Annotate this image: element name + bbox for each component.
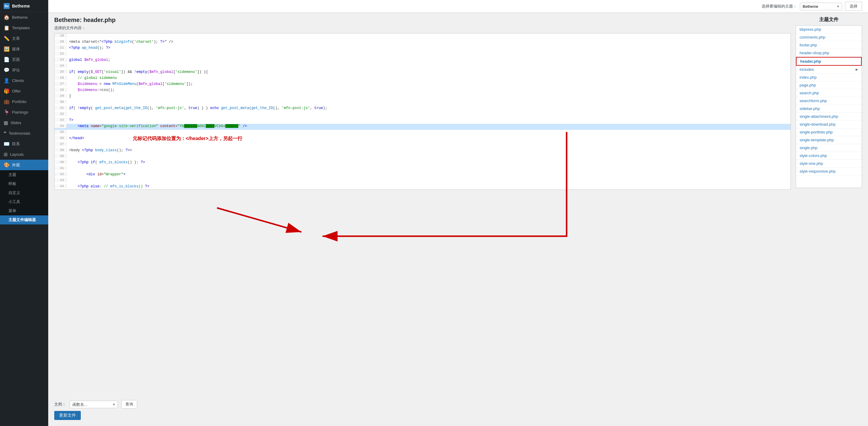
sidebar-app-name: Betheme bbox=[12, 4, 30, 8]
sidebar-item-posts[interactable]: ✏️文章 bbox=[0, 33, 48, 44]
line-number: 37 bbox=[55, 142, 67, 146]
sidebar-logo: Be Betheme bbox=[0, 0, 48, 12]
sidebar-item-label: Testimonials bbox=[9, 131, 30, 136]
sidebar-item-label: 外观 bbox=[12, 162, 20, 168]
content-area: Betheme: header.php 选择的文件内容： 1920<meta c… bbox=[48, 13, 868, 426]
line-number: 32 bbox=[55, 112, 67, 116]
sidebar-submenu: 主题样板自定义小工具菜单主题文件编辑器 bbox=[0, 170, 48, 224]
file-list: bbpress.phpcomments.phpfooter.phpheader-… bbox=[796, 25, 862, 188]
line-number: 25 bbox=[55, 70, 67, 74]
file-item-sidebar[interactable]: sidebar.php bbox=[796, 105, 862, 113]
line-number: 20 bbox=[55, 39, 67, 44]
file-item-search[interactable]: search.php bbox=[796, 89, 862, 97]
code-line-33: 33?> bbox=[55, 118, 790, 124]
submenu-item-theme-editor[interactable]: 主题文件编辑器 bbox=[0, 216, 48, 224]
comments-icon: 💬 bbox=[4, 67, 10, 73]
sidebar-item-label: Clients bbox=[12, 78, 24, 83]
code-line-27: 27 $sidemenu = new MfnSideMenu($mfn_glob… bbox=[55, 81, 790, 88]
sidebar-item-label: 媒体 bbox=[12, 46, 20, 52]
submenu-item-theme[interactable]: 主题 bbox=[0, 170, 48, 179]
submenu-item-menus[interactable]: 菜单 bbox=[0, 206, 48, 216]
testimonials-icon: ❝ bbox=[4, 130, 6, 136]
theme-select-wrap: Betheme bbox=[800, 3, 842, 10]
line-number: 36 bbox=[55, 136, 67, 140]
file-item-single-template[interactable]: single-template.php bbox=[796, 136, 862, 144]
sidebar-item-media[interactable]: 🖼️媒体 bbox=[0, 44, 48, 54]
file-item-header-shop[interactable]: header-shop.php bbox=[796, 49, 862, 57]
code-line-35: 35 bbox=[55, 130, 790, 136]
file-item-includes[interactable]: includes▶ bbox=[796, 66, 862, 73]
file-item-bbpress[interactable]: bbpress.php bbox=[796, 26, 862, 33]
code-line-22: 22 bbox=[55, 52, 790, 58]
file-item-single-portfolio[interactable]: single-portfolio.php bbox=[796, 128, 862, 136]
code-line-30: 30 bbox=[55, 100, 790, 106]
update-file-button[interactable]: 更新文件 bbox=[54, 411, 81, 420]
file-item-page[interactable]: page.php bbox=[796, 81, 862, 89]
theme-select[interactable]: Betheme bbox=[800, 3, 842, 10]
folder-label: includes bbox=[800, 67, 814, 72]
submenu-item-customize[interactable]: 自定义 bbox=[0, 188, 48, 197]
line-number: 26 bbox=[55, 76, 67, 80]
file-item-comments[interactable]: comments.php bbox=[796, 33, 862, 41]
submenu-item-widgets[interactable]: 小工具 bbox=[0, 197, 48, 206]
file-item-index[interactable]: index.php bbox=[796, 73, 862, 81]
line-number: 43 bbox=[55, 178, 67, 182]
doc-select-wrap: 函数名... bbox=[70, 401, 118, 408]
file-item-style-responsive[interactable]: style-responsive.php bbox=[796, 167, 862, 175]
select-theme-button[interactable]: 选择 bbox=[845, 2, 862, 11]
sidebar-item-label: 评论 bbox=[12, 67, 20, 73]
top-header: 选择要编辑的主题： Betheme 选择 bbox=[48, 0, 868, 13]
line-code bbox=[67, 142, 790, 142]
sidebar-item-testimonials[interactable]: ❝Testimonials bbox=[0, 128, 48, 139]
sidebar-item-portfolio[interactable]: 💼Portfolio bbox=[0, 96, 48, 107]
line-number: 27 bbox=[55, 81, 67, 86]
sidebar-item-layouts[interactable]: ⊞Layouts bbox=[0, 149, 48, 160]
sidebar-item-offer[interactable]: 🎁Offer bbox=[0, 86, 48, 96]
line-code: <meta charset="<?php bloginfo('charset')… bbox=[67, 39, 790, 44]
line-code bbox=[67, 100, 790, 100]
sidebar-item-contact[interactable]: ✉️联系 bbox=[0, 139, 48, 149]
flamingo-icon: 🦩 bbox=[4, 109, 10, 115]
code-line-23: 23global $mfn_global; bbox=[55, 58, 790, 64]
sidebar-item-clients[interactable]: 👤Clients bbox=[0, 75, 48, 86]
submenu-item-templates-sub[interactable]: 样板 bbox=[0, 179, 48, 188]
doc-functions-select[interactable]: 函数名... bbox=[70, 401, 118, 408]
line-number: 28 bbox=[55, 88, 67, 92]
line-code bbox=[67, 130, 790, 130]
sidebar-item-flamingo[interactable]: 🦩Flamingo bbox=[0, 107, 48, 118]
file-item-single-download[interactable]: single-download.php bbox=[796, 121, 862, 128]
file-item-searchform[interactable]: searchform.php bbox=[796, 97, 862, 105]
line-code: global $mfn_global; bbox=[67, 58, 790, 62]
code-line-28: 28 $sidemenu->css(); bbox=[55, 88, 790, 94]
folder-arrow-icon: ▶ bbox=[856, 68, 858, 71]
code-line-31: 31if( !empty( get_post_meta(get_the_ID()… bbox=[55, 106, 790, 112]
code-line-25: 25if( empty($_GET['visual']) && !empty($… bbox=[55, 70, 790, 76]
code-line-26: 26 // global sidemenu bbox=[55, 76, 790, 81]
file-item-single-attachment[interactable]: single-attachment.php bbox=[796, 113, 862, 121]
sidebar-item-label: Betheme bbox=[12, 15, 28, 20]
line-code bbox=[67, 166, 790, 167]
sidebar-item-appearance[interactable]: 🎨外观 bbox=[0, 160, 48, 170]
line-number: 31 bbox=[55, 106, 67, 110]
sidebar-item-betheme[interactable]: 🏠Betheme bbox=[0, 12, 48, 23]
line-number: 23 bbox=[55, 58, 67, 62]
clients-icon: 👤 bbox=[4, 78, 10, 84]
sidebar-item-comments[interactable]: 💬评论 bbox=[0, 65, 48, 75]
sidebar-item-slides[interactable]: ▦Slides bbox=[0, 118, 48, 128]
file-item-header[interactable]: header.php bbox=[796, 57, 862, 66]
sidebar-item-pages[interactable]: 📄页面 bbox=[0, 54, 48, 65]
code-editor[interactable]: 1920<meta charset="<?php bloginfo('chars… bbox=[54, 33, 791, 190]
file-item-single[interactable]: single.php bbox=[796, 144, 862, 152]
lookup-button[interactable]: 查询 bbox=[121, 400, 137, 408]
betheme-icon: 🏠 bbox=[4, 14, 10, 20]
file-item-footer[interactable]: footer.php bbox=[796, 41, 862, 49]
sidebar-item-templates[interactable]: 📋Templates bbox=[0, 23, 48, 33]
line-number: 34 bbox=[55, 124, 67, 128]
code-line-21: 21<?php wp_head(); ?> bbox=[55, 45, 790, 52]
file-item-style-one[interactable]: style-one.php bbox=[796, 160, 862, 167]
offer-icon: 🎁 bbox=[4, 88, 10, 94]
contact-icon: ✉️ bbox=[4, 141, 10, 147]
file-item-style-colors[interactable]: style-colors.php bbox=[796, 152, 862, 160]
line-number: 24 bbox=[55, 64, 67, 68]
line-code bbox=[67, 52, 790, 52]
